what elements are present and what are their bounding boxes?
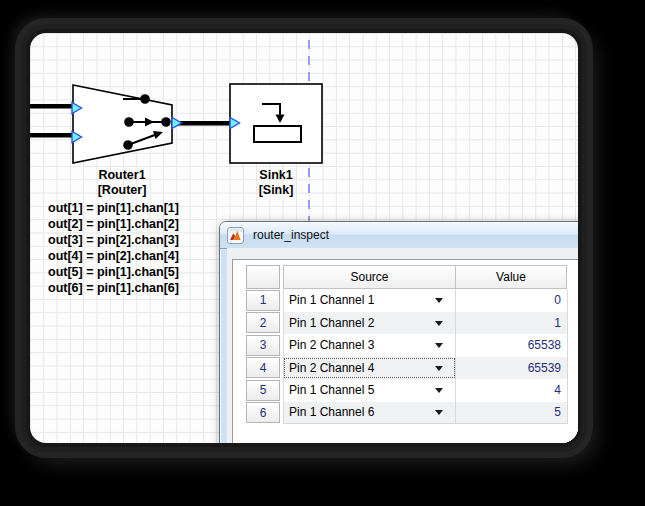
matlab-icon xyxy=(227,227,244,244)
value-cell[interactable]: 0 xyxy=(456,289,568,312)
dropdown-arrow-icon[interactable] xyxy=(435,366,443,371)
row-number-cell[interactable]: 6 xyxy=(246,402,280,423)
router-type-label: [Router] xyxy=(98,183,147,197)
annotation-line[interactable]: out[2] = pin[1].chan[2] xyxy=(48,217,179,231)
dropdown-arrow-icon[interactable] xyxy=(435,321,443,326)
annotation-line[interactable]: out[5] = pin[1].chan[5] xyxy=(48,265,179,279)
corner-header-cell xyxy=(246,265,280,289)
dialog-body: Source Value 1 Pin 1 Channel 1 0 2 xyxy=(227,248,578,443)
sink-type-label: [Sink] xyxy=(259,183,294,197)
dropdown-arrow-icon[interactable] xyxy=(435,388,443,393)
table-row: 1 Pin 1 Channel 1 0 xyxy=(246,289,568,312)
sink-block[interactable] xyxy=(230,84,322,163)
annotation-line[interactable]: out[1] = pin[1].chan[1] xyxy=(48,201,179,215)
model-canvas[interactable]: Router1 [Router] Sink1 [Sink] out[1] = p… xyxy=(30,33,578,443)
source-cell-label: Pin 1 Channel 2 xyxy=(289,316,374,330)
row-number-cell[interactable]: 3 xyxy=(246,335,280,356)
table-row: 3 Pin 2 Channel 3 65538 xyxy=(246,334,568,357)
inspector-window[interactable]: router_inspect Source Value 1 Pin 1 Chan… xyxy=(219,221,578,443)
inspector-table: Source Value 1 Pin 1 Channel 1 0 2 xyxy=(246,265,568,424)
row-number-cell[interactable]: 1 xyxy=(246,290,280,311)
signal-wire-in-2[interactable] xyxy=(30,133,76,138)
row-number-cell[interactable]: 4 xyxy=(246,357,280,378)
source-cell-label: Pin 2 Channel 4 xyxy=(289,361,374,375)
table-row: 2 Pin 1 Channel 2 1 xyxy=(246,312,568,335)
value-cell[interactable]: 65538 xyxy=(456,334,568,357)
annotation-line[interactable]: out[4] = pin[2].chan[4] xyxy=(48,249,179,263)
source-cell[interactable]: Pin 1 Channel 6 xyxy=(283,402,456,425)
dropdown-arrow-icon[interactable] xyxy=(435,298,443,303)
table-panel: Source Value 1 Pin 1 Channel 1 0 2 xyxy=(232,259,578,443)
source-cell-label: Pin 1 Channel 6 xyxy=(289,405,374,419)
row-number-cell[interactable]: 5 xyxy=(246,380,280,401)
table-row: 6 Pin 1 Channel 6 5 xyxy=(246,402,568,425)
signal-wire-router-sink[interactable] xyxy=(174,121,234,126)
annotation-line[interactable]: out[3] = pin[2].chan[3] xyxy=(48,233,179,247)
router-output-port-icon xyxy=(172,118,182,129)
window-title: router_inspect xyxy=(253,228,329,242)
source-cell-label: Pin 1 Channel 1 xyxy=(289,293,374,307)
source-cell[interactable]: Pin 2 Channel 3 xyxy=(283,334,456,357)
value-cell[interactable]: 4 xyxy=(456,379,568,402)
window-titlebar[interactable]: router_inspect xyxy=(220,222,578,249)
dropdown-arrow-icon[interactable] xyxy=(435,343,443,348)
source-cell[interactable]: Pin 1 Channel 1 xyxy=(283,289,456,312)
column-header-source[interactable]: Source xyxy=(283,265,456,289)
source-cell[interactable]: Pin 1 Channel 5 xyxy=(283,379,456,402)
table-row: 4 Pin 2 Channel 4 65539 xyxy=(246,357,568,380)
value-cell[interactable]: 65539 xyxy=(456,357,568,380)
table-row: 5 Pin 1 Channel 5 4 xyxy=(246,379,568,402)
signal-wire-in-1[interactable] xyxy=(30,104,76,109)
table-header-row: Source Value xyxy=(246,265,568,289)
source-cell-label: Pin 1 Channel 5 xyxy=(289,383,374,397)
value-cell[interactable]: 5 xyxy=(456,402,568,425)
source-cell[interactable]: Pin 1 Channel 2 xyxy=(283,312,456,335)
sink-name-label[interactable]: Sink1 xyxy=(259,168,292,182)
annotation-line[interactable]: out[6] = pin[1].chan[6] xyxy=(48,281,179,295)
dropdown-arrow-icon[interactable] xyxy=(435,410,443,415)
source-cell-focused[interactable]: Pin 2 Channel 4 xyxy=(283,357,456,380)
router-block[interactable] xyxy=(73,85,172,163)
row-number-cell[interactable]: 2 xyxy=(246,312,280,333)
source-cell-label: Pin 2 Channel 3 xyxy=(289,338,374,352)
router-name-label[interactable]: Router1 xyxy=(98,168,145,182)
column-header-value[interactable]: Value xyxy=(455,265,567,289)
value-cell[interactable]: 1 xyxy=(456,312,568,335)
